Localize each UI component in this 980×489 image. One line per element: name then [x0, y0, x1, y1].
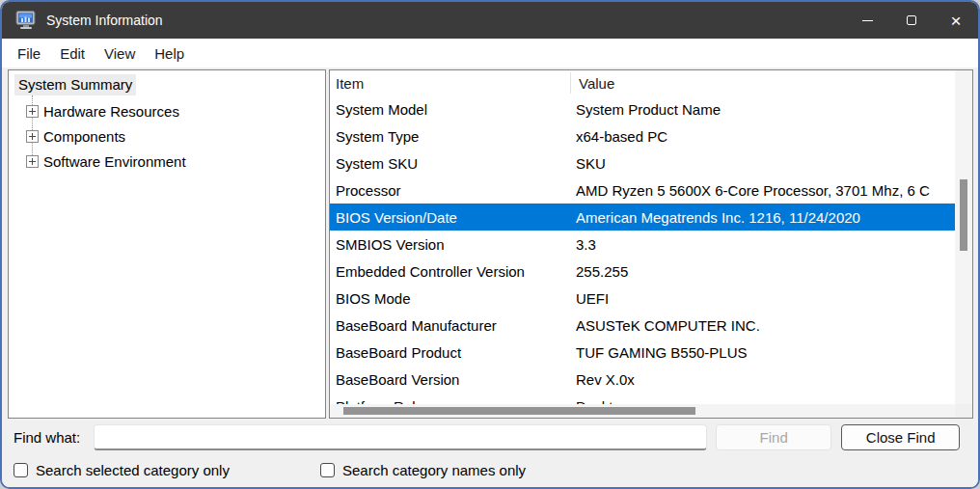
menu-edit[interactable]: Edit	[50, 41, 95, 66]
tree-item-software-environment[interactable]: Software Environment	[14, 149, 325, 174]
table-row[interactable]: SMBIOS Version 3.3	[330, 231, 955, 258]
expand-plus-icon[interactable]	[26, 105, 39, 118]
row-item-cell: Embedded Controller Version	[330, 263, 576, 280]
vertical-scrollbar[interactable]	[955, 70, 972, 404]
table-row[interactable]: System Model System Product Name	[330, 95, 955, 122]
tree-item-hardware-resources[interactable]: Hardware Resources	[14, 98, 325, 123]
menu-view[interactable]: View	[95, 41, 145, 66]
table-row[interactable]: BaseBoard Version Rev X.0x	[330, 366, 955, 393]
row-value-cell: American Megatrends Inc. 1216, 11/24/202…	[576, 209, 955, 226]
minimize-icon	[862, 20, 873, 21]
maximize-icon	[907, 15, 916, 25]
table-row[interactable]: BaseBoard Product TUF GAMING B550-PLUS	[330, 339, 955, 366]
row-item-cell: BIOS Version/Date	[330, 209, 576, 226]
table-row[interactable]: Embedded Controller Version 255.255	[330, 258, 955, 285]
menu-file[interactable]: File	[8, 41, 50, 66]
window-title: System Information	[46, 13, 163, 28]
row-item-cell: SMBIOS Version	[330, 236, 576, 253]
find-options-row: Search selected category only Search cat…	[2, 457, 978, 482]
menu-help[interactable]: Help	[145, 41, 194, 66]
row-item-cell: System Model	[330, 101, 576, 118]
row-item-cell: BaseBoard Product	[330, 344, 576, 361]
title-bar: System Information ×	[2, 2, 978, 39]
table-row[interactable]: Platform Role Desktop	[330, 393, 955, 404]
row-value-cell: TUF GAMING B550-PLUS	[576, 344, 955, 361]
horizontal-scrollbar-thumb[interactable]	[343, 407, 695, 415]
row-item-cell: BIOS Mode	[330, 290, 576, 307]
row-value-cell: AMD Ryzen 5 5600X 6-Core Processor, 3701…	[576, 182, 955, 199]
system-information-window: System Information × File Edit View Help…	[0, 0, 980, 489]
row-value-cell: System Product Name	[576, 101, 955, 118]
row-item-cell: BaseBoard Version	[330, 371, 576, 388]
row-value-cell: 3.3	[576, 236, 955, 253]
close-icon: ×	[950, 12, 961, 30]
row-value-cell: x64-based PC	[576, 128, 955, 145]
search-selected-category-option: Search selected category only	[14, 457, 230, 482]
expand-plus-icon[interactable]	[26, 130, 39, 143]
search-selected-category-label: Search selected category only	[36, 462, 230, 478]
table-row[interactable]: System Type x64-based PC	[330, 122, 955, 149]
search-category-names-label: Search category names only	[342, 462, 526, 478]
row-value-cell: ASUSTeK COMPUTER INC.	[576, 317, 955, 334]
list-header: Item Value	[330, 70, 972, 95]
row-value-cell: 255.255	[576, 263, 955, 280]
tree-item-system-summary[interactable]: System Summary	[14, 74, 136, 95]
row-value-cell: UEFI	[576, 290, 955, 307]
details-list-panel: Item Value System Model System Product N…	[329, 69, 973, 419]
menu-bar: File Edit View Help	[2, 39, 978, 68]
tree-item-components[interactable]: Components	[14, 123, 325, 149]
minimize-button[interactable]	[845, 2, 889, 39]
search-selected-category-checkbox[interactable]	[14, 463, 28, 477]
column-header-value[interactable]: Value	[571, 75, 972, 92]
expand-plus-icon[interactable]	[26, 155, 39, 168]
results-rows: System Model System Product Name System …	[330, 95, 955, 404]
find-input[interactable]	[94, 424, 707, 450]
table-row[interactable]: BIOS Mode UEFI	[330, 285, 955, 312]
vertical-scrollbar-thumb[interactable]	[960, 179, 967, 251]
row-item-cell: System SKU	[330, 155, 576, 172]
find-button[interactable]: Find	[716, 424, 831, 450]
tree-children: Hardware Resources Components Software E…	[14, 98, 325, 174]
table-row[interactable]: BIOS Version/Date American Megatrends In…	[330, 204, 955, 231]
maximize-button[interactable]	[889, 2, 934, 39]
column-header-item[interactable]: Item	[330, 75, 570, 92]
search-category-names-checkbox[interactable]	[320, 463, 335, 477]
row-value-cell: Rev X.0x	[576, 371, 955, 388]
table-row[interactable]: System SKU SKU	[330, 149, 955, 177]
row-value-cell: SKU	[576, 155, 955, 172]
scrollbar-corner	[955, 404, 972, 418]
system-information-app-icon	[15, 11, 37, 30]
find-bar: Find what: Find Close Find	[2, 422, 978, 451]
table-row[interactable]: Processor AMD Ryzen 5 5600X 6-Core Proce…	[330, 177, 955, 204]
find-what-label: Find what:	[14, 429, 80, 446]
horizontal-scrollbar[interactable]	[330, 404, 955, 418]
search-category-names-option: Search category names only	[320, 457, 526, 482]
category-tree-panel: System Summary Hardware Resources Compon…	[8, 69, 326, 419]
row-item-cell: System Type	[330, 128, 576, 145]
close-find-button[interactable]: Close Find	[841, 424, 960, 450]
main-area: System Summary Hardware Resources Compon…	[2, 68, 978, 487]
close-button[interactable]: ×	[934, 2, 978, 39]
table-row[interactable]: BaseBoard Manufacturer ASUSTeK COMPUTER …	[330, 312, 955, 339]
row-item-cell: BaseBoard Manufacturer	[330, 317, 576, 334]
row-item-cell: Processor	[330, 182, 576, 199]
